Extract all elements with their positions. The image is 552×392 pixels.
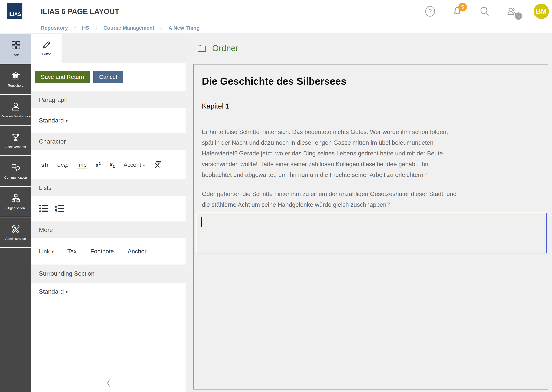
sup-script: 2 [99,161,101,166]
more-toolbar: Link ▾ Tex Footnote Anchor [31,238,186,265]
sidebar-item-label: Tools [12,53,20,57]
sidebar-item-label: Administration [5,237,26,241]
pencil-icon [41,40,51,50]
main-row: Tools Repository Personal Workspace [0,34,552,392]
document-paragraph[interactable]: Oder gehörten die Schritte hinter ihm zu… [202,189,542,210]
avatar-initials: BM [536,7,547,15]
paragraph-style-row: Standard ▾ [31,108,186,133]
paragraph-style-dropdown[interactable]: Standard ▾ [39,117,67,124]
editor-actions: Save and Return Cancel [31,63,186,91]
accent-label: Accent [124,161,141,168]
anchor-button[interactable]: Anchor [128,248,146,255]
grid-icon [10,40,21,50]
sup-base: x [95,162,99,168]
editor-tab-strip: Editor [31,34,186,63]
surrounding-style-value: Standard [39,288,64,295]
breadcrumb: Repository HS Course Management A New Th… [0,22,552,34]
surrounding-section-body: Standard ▾ [31,283,186,374]
document-chapter-heading[interactable]: Kapitel 1 [202,102,542,111]
numbered-list-icon: 1 2 3 [55,204,65,213]
chat-bubbles-icon [10,163,21,173]
breadcrumb-item-repository[interactable]: Repository [41,25,68,31]
chevron-right-icon [160,25,163,31]
surrounding-section-header: Surrounding Section [31,265,186,283]
active-paragraph-editor[interactable] [197,213,547,253]
chevron-down-icon: ▾ [143,162,145,168]
org-chart-icon [10,194,21,203]
online-users-button[interactable]: 3 [506,6,517,17]
page-editor-canvas: Die Geschichte des Silbersees Kapitel 1 … [193,64,548,390]
svg-text:3: 3 [55,210,57,213]
notification-badge: 5 [458,3,467,12]
character-toolbar: str emp imp x2 x2 Accent ▾ [31,150,186,179]
bullet-list-icon [39,204,49,213]
clear-formatting-button[interactable] [154,161,162,169]
bank-icon [10,71,21,81]
help-button[interactable]: ? [425,6,436,17]
sidebar-item-organisation[interactable]: Organisation [0,187,31,217]
top-bar: ILIAS ILIAS 6 PAGE LAYOUT ? 5 [0,0,552,22]
sidebar-item-personal-workspace[interactable]: Personal Workspace [0,95,31,125]
sidebar-item-label: Achievements [5,145,26,149]
important-button[interactable]: imp [77,161,87,168]
strong-button[interactable]: str [41,161,49,168]
sidebar-item-label: Organisation [6,206,25,210]
paragraph-style-value: Standard [39,117,64,124]
editor-tab-label: Editor [42,52,51,56]
object-header: Ordner [197,42,547,54]
ilias-logo[interactable]: ILIAS [7,3,22,19]
breadcrumb-item-course-management[interactable]: Course Management [103,25,154,31]
help-icon: ? [425,6,435,17]
folder-icon [197,44,206,52]
cancel-button[interactable]: Cancel [93,71,123,83]
tex-button[interactable]: Tex [67,248,76,255]
character-section-header: Character [31,133,186,150]
surrounding-style-dropdown[interactable]: Standard ▾ [39,288,186,295]
sidebar-filler [0,248,31,392]
numbered-list-button[interactable]: 1 2 3 [55,204,65,214]
link-dropdown[interactable]: Link ▾ [39,248,53,255]
crossed-tools-icon [10,224,21,234]
chevron-right-icon [95,25,98,31]
subscript-button[interactable]: x2 [109,161,115,169]
sidebar-item-label: Personal Workspace [0,114,31,118]
sidebar-item-label: Communication [4,176,27,180]
notifications-button[interactable]: 5 [452,6,463,17]
sidebar-item-tools[interactable]: Tools [0,34,31,63]
footnote-button[interactable]: Footnote [90,248,114,255]
sub-script: 2 [113,164,115,168]
document-title[interactable]: Die Geschichte des Silbersees [202,75,542,87]
link-label: Link [39,248,50,255]
text-caret [201,217,202,227]
tab-editor[interactable]: Editor [31,34,62,63]
ilias-app: ILIAS ILIAS 6 PAGE LAYOUT ? 5 [0,0,552,392]
page-title-header: ILIAS 6 PAGE LAYOUT [41,7,119,16]
user-avatar[interactable]: BM [534,4,549,19]
lists-section-header: Lists [31,179,186,196]
search-button[interactable] [479,6,490,17]
trophy-icon [10,132,21,142]
chevron-right-icon [73,25,76,31]
collapse-panel-button[interactable] [31,374,186,392]
breadcrumb-item-a-new-thing[interactable]: A New Thing [168,25,200,31]
bullet-list-button[interactable] [39,204,49,214]
sidebar-item-communication[interactable]: Communication [0,156,31,186]
sidebar-item-administration[interactable]: Administration [0,217,31,247]
ilias-logo-text: ILIAS [8,12,21,17]
accent-dropdown[interactable]: Accent ▾ [124,161,145,168]
breadcrumb-item-hs[interactable]: HS [82,25,89,31]
chevron-down-icon: ▾ [66,289,68,294]
lists-toolbar: 1 2 3 [31,196,186,221]
page-content: Ordner Die Geschichte des Silbersees Kap… [186,34,552,392]
superscript-button[interactable]: x2 [95,161,101,168]
document-paragraph[interactable]: Er hörte leise Schritte hinter sich. Das… [202,126,542,180]
sidebar-item-repository[interactable]: Repository [0,64,31,94]
search-icon [479,6,490,16]
header-icon-group: ? 5 [425,0,549,22]
chevron-left-icon [105,379,112,387]
emphasis-button[interactable]: emp [57,161,68,168]
sidebar-item-achievements[interactable]: Achievements [0,126,31,155]
save-and-return-button[interactable]: Save and Return [35,71,90,83]
sub-base: x [109,161,113,168]
person-icon [10,102,21,112]
